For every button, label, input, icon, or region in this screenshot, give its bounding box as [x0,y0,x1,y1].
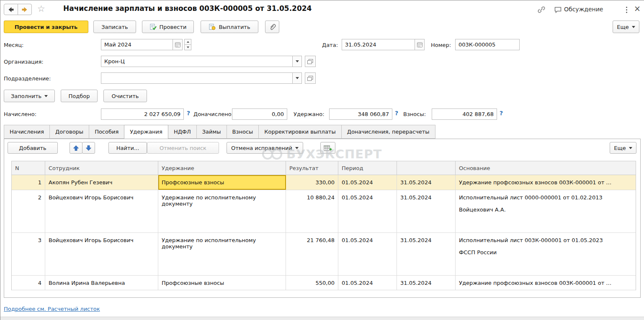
cell-period-start[interactable]: 01.05.2024 [338,175,397,190]
cell-result[interactable]: 10 880,24 [286,190,338,232]
added-value[interactable]: 0,00 [232,108,287,120]
status-bar [0,317,644,320]
organization-dropdown-button[interactable] [292,56,302,67]
cell-deduction[interactable]: Профсоюзные взносы [158,276,286,290]
cell-employee[interactable]: Волина Ирина Валерьевна [45,276,158,290]
back-button[interactable] [4,4,18,15]
tab-recalculations[interactable]: Доначисления, перерасчеты [341,125,435,139]
cell-n[interactable]: 3 [12,233,45,275]
col-result-header[interactable]: Результат [286,161,338,175]
cell-period-end[interactable]: 31.05.2024 [397,233,456,275]
cell-period-start[interactable]: 01.05.2024 [338,190,397,232]
col-employee-header[interactable]: Сотрудник [45,161,158,175]
table-row[interactable]: 1 Акопян Рубен Гезевич Профсоюзные взнос… [12,175,636,190]
forward-button[interactable] [18,4,32,15]
clear-button[interactable]: Очистить [103,90,147,102]
organization-input[interactable]: Крон-Ц [101,56,293,67]
cell-result[interactable]: 330,00 [286,175,338,190]
more-button-grid[interactable]: Еще [610,142,636,154]
month-value: Май 2024 [104,41,131,48]
move-down-button[interactable] [82,142,95,154]
accrued-value[interactable]: 2 027 650,09 [101,108,184,120]
tab-payment-adjustments[interactable]: Корректировки выплаты [258,125,341,139]
undo-corrections-button[interactable]: Отмена исправлений [227,142,303,154]
cell-basis[interactable]: Удержание профсоюзных взносов 003К-00000… [456,276,636,290]
department-dropdown-button[interactable] [292,72,302,84]
cell-basis[interactable]: Исполнительный лист 0000-000001 от 01.02… [456,190,636,232]
save-button[interactable]: Записать [93,21,136,33]
cell-period-end[interactable]: 31.05.2024 [397,190,456,232]
cancel-search-button: Отменить поиск [147,142,219,154]
discussion-label[interactable]: Обсуждение [564,6,603,13]
contributions-value[interactable]: 402 887,68 [432,108,497,120]
department-input[interactable] [101,72,293,84]
month-input[interactable]: Май 2024 [101,39,173,50]
get-link-icon[interactable] [537,5,546,14]
number-input[interactable]: 003К-000005 [455,39,520,50]
cell-period-end[interactable]: 31.05.2024 [397,276,456,290]
cell-result[interactable]: 550,00 [286,276,338,290]
month-step-up-button[interactable] [184,39,191,45]
tab-contributions[interactable]: Взносы [227,125,259,139]
discussion-icon[interactable] [553,5,562,14]
col-period-header[interactable]: Период [338,161,397,175]
department-open-button[interactable] [305,72,316,84]
table-row[interactable]: 4 Волина Ирина Валерьевна Профсоюзные вз… [12,276,636,290]
organization-open-button[interactable] [305,56,316,67]
col-period-end-header[interactable] [397,161,456,175]
cell-period-start[interactable]: 01.05.2024 [338,276,397,290]
more-button-top[interactable]: Еще [613,21,639,33]
withheld-help-link[interactable]: ? [395,110,398,116]
cell-employee[interactable]: Войцехович Игорь Борисович [45,233,158,275]
cell-deduction[interactable]: Удержание по исполнительному документу [158,233,286,275]
favorite-star-icon[interactable]: ☆ [37,4,45,14]
cell-deduction-selected[interactable]: Профсоюзные взносы [158,175,286,190]
col-deduction-header[interactable]: Удержание [158,161,286,175]
cell-n[interactable]: 2 [12,190,45,232]
tab-ndfl[interactable]: НДФЛ [168,125,197,139]
cell-period-start[interactable]: 01.05.2024 [338,233,397,275]
payslip-details-link[interactable]: Подробнее см. Расчетный листок [4,306,100,312]
table-plus-button[interactable] [320,142,335,154]
post-button[interactable]: Провести [142,21,194,33]
month-step-down-button[interactable] [184,44,191,50]
cell-basis[interactable]: Удержание профсоюзных взносов 003К-00000… [456,175,636,190]
tab-loans[interactable]: Займы [196,125,227,139]
add-row-button[interactable]: Добавить [8,142,58,154]
move-up-button[interactable] [70,142,82,154]
post-and-close-button[interactable]: Провести и закрыть [4,21,88,33]
step-down-icon [187,46,189,48]
fill-button[interactable]: Заполнить [4,90,55,102]
pay-label: Выплатить [219,24,250,30]
menu-dots-icon[interactable] [625,6,628,14]
cell-basis[interactable]: Исполнительный лист 003К-000001 от 01.05… [456,233,636,275]
tab-deductions[interactable]: Удержания [124,125,168,139]
close-icon[interactable]: × [634,5,641,13]
contributions-help-link[interactable]: ? [500,110,503,116]
basis-line-1: Исполнительный лист 0000-000001 от 01.02… [459,194,603,201]
deductions-table: N Сотрудник Удержание Результат Период О… [11,161,636,290]
tab-contracts[interactable]: Договоры [49,125,89,139]
withheld-value[interactable]: 348 060,87 [329,108,392,120]
table-row[interactable]: 3 Войцехович Игорь Борисович Удержание п… [12,233,636,276]
cell-n[interactable]: 1 [12,175,45,190]
col-basis-header[interactable]: Основание [456,161,636,175]
pick-button[interactable]: Подбор [61,90,98,102]
date-calendar-button[interactable] [415,39,425,50]
cell-employee[interactable]: Войцехович Игорь Борисович [45,190,158,232]
cell-employee[interactable]: Акопян Рубен Гезевич [45,175,158,190]
accrued-help-link[interactable]: ? [187,110,190,116]
table-row[interactable]: 2 Войцехович Игорь Борисович Удержание п… [12,190,636,233]
cell-n[interactable]: 4 [12,276,45,290]
find-button[interactable]: Найти... [108,142,147,154]
cell-period-end[interactable]: 31.05.2024 [397,175,456,190]
attachments-button[interactable] [265,21,279,33]
col-n-header[interactable]: N [12,161,45,175]
date-input[interactable]: 31.05.2024 [342,39,415,50]
tab-benefits[interactable]: Пособия [89,125,124,139]
month-calendar-button[interactable] [173,39,183,50]
cell-result[interactable]: 21 760,48 [286,233,338,275]
tab-accruals[interactable]: Начисления [4,125,50,139]
cell-deduction[interactable]: Удержание по исполнительному документу [158,190,286,232]
pay-button[interactable]: Выплатить [201,21,258,33]
